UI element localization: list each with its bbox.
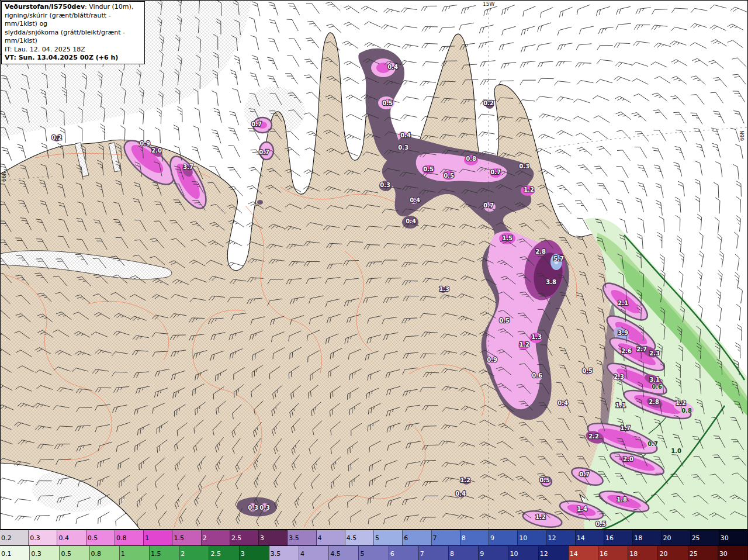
- precip-value-label: 0.7: [579, 471, 590, 478]
- legend-cell: 0.1: [0, 546, 30, 560]
- precip-value-label: 0.5: [595, 521, 606, 527]
- legend-cell: 2: [179, 546, 209, 560]
- precip-value-label: 1.2: [676, 400, 686, 406]
- precip-value-label: 2.8: [535, 248, 546, 255]
- legend-cell: 1: [144, 530, 172, 545]
- precip-value-label: 0.3: [519, 163, 529, 170]
- init-time: IT: Lau. 12. 04. 2025 18Z: [5, 46, 141, 54]
- legend-cell: 4.5: [345, 530, 374, 545]
- meridian-label: 15W: [483, 1, 494, 7]
- precip-value-label: 1.2: [460, 477, 470, 483]
- precip-value-label: 0.8: [466, 155, 476, 162]
- precip-value-label: 2.6: [621, 348, 632, 354]
- precip-value-label: 0.5: [499, 317, 510, 324]
- precip-value-label: 1.0: [671, 448, 681, 454]
- title-line-3: slydda/snjókoma (grátt/bleikt/grænt - mm…: [5, 29, 141, 46]
- legend-rain-scale: 0.10.30.50.811.522.533.544.5567891012141…: [0, 545, 748, 560]
- precip-value-label: 0.4: [387, 64, 398, 70]
- precip-value-label: 1.7: [620, 425, 631, 431]
- legend-cell: 12: [539, 546, 569, 560]
- legend-cell: 5: [359, 546, 389, 560]
- precip-value-label: 2.7: [636, 346, 647, 352]
- legend-cell: 5: [374, 530, 403, 545]
- legend-cell: 9: [489, 530, 518, 545]
- model-name: Veðurstofan/IS750dev: [5, 3, 85, 11]
- precip-value-label: 1.2: [519, 341, 529, 348]
- precip-value-label: 0.2: [51, 134, 62, 141]
- legend-cell: 16: [598, 546, 628, 560]
- legend-cell: 0.4: [57, 530, 86, 545]
- legend-cell: 4.5: [329, 546, 359, 560]
- precip-value-label: 2.0: [623, 456, 633, 462]
- precip-value-label: 2.8: [649, 399, 659, 405]
- weather-map-svg: 15W 66N 66N 0.40.50.40.30.20.20.92.03.70…: [0, 0, 748, 530]
- precip-value-label: 5.7: [553, 255, 564, 262]
- legend-cell: 25: [688, 546, 718, 560]
- precip-value-label: 1.1: [615, 402, 626, 409]
- precip-value-label: 2.3: [614, 374, 624, 380]
- legend-cell: 6: [389, 546, 419, 560]
- precip-value-label: 0.5: [382, 100, 393, 106]
- legend-cell: 7: [419, 546, 449, 560]
- legend-cell: 3: [240, 546, 269, 560]
- legend-cell: 7: [432, 530, 460, 545]
- legend-cell: 1: [120, 546, 150, 560]
- title-line-1: Veðurstofan/IS750dev: Vindur (10m),: [5, 3, 141, 12]
- legend-cell: 2: [202, 530, 230, 545]
- precip-value-label: 1.2: [535, 514, 546, 520]
- precip-value-label: 3.8: [546, 279, 556, 285]
- legend-cell: 20: [658, 546, 688, 560]
- legend-cell: 16: [604, 530, 633, 545]
- legend-cell: 14: [569, 546, 598, 560]
- legend-sleet-snow-scale: 0.20.30.40.50.811.522.533.544.5567891012…: [0, 530, 748, 545]
- precip-value-label: 3.9: [618, 330, 628, 336]
- precip-value-label: 0.7: [259, 149, 269, 155]
- legend-cell: 25: [691, 530, 719, 545]
- precip-value-label: 0.9: [140, 140, 150, 147]
- precip-value-label: 0.7: [647, 441, 658, 447]
- legend-cell: 14: [576, 530, 604, 545]
- legend-cell: 3: [259, 530, 288, 545]
- legend-cell: 9: [479, 546, 508, 560]
- legend-cell: 18: [633, 530, 662, 545]
- precip-value-label: 3.7: [183, 164, 193, 170]
- precip-value-label: 0.3: [380, 182, 390, 188]
- legend-cell: 20: [662, 530, 690, 545]
- legend-cell: 10: [518, 530, 546, 545]
- precip-value-label: 0.8: [681, 407, 692, 414]
- legend-cell: 3.5: [269, 546, 299, 560]
- legend-cell: 0.2: [0, 530, 29, 545]
- precip-value-label: 0.4: [557, 400, 568, 406]
- precip-value-label: 0.4: [455, 490, 466, 497]
- precip-value-label: 1.8: [617, 496, 627, 503]
- legend-cell: 30: [718, 546, 748, 560]
- precip-value-label: 2.3: [649, 350, 660, 357]
- precip-value-label: 2.2: [588, 433, 599, 440]
- weather-chart: 15W 66N 66N 0.40.50.40.30.20.20.92.03.70…: [0, 0, 748, 560]
- legend-cell: 0.8: [90, 546, 120, 560]
- precip-value-label: 2.1: [618, 300, 628, 306]
- precip-value-label: 0.5: [423, 166, 434, 172]
- precip-value-label: 0.4: [410, 197, 420, 203]
- legend-cell: 1.5: [172, 530, 201, 545]
- precip-value-label: 1.4: [577, 506, 587, 512]
- valid-time: VT: Sun. 13.04.2025 00Z (+6 h): [5, 54, 141, 63]
- precip-value-label: 1.3: [439, 286, 449, 292]
- precip-value-label: 1.3: [531, 334, 542, 340]
- precip-value-label: 0.6: [532, 372, 542, 379]
- legend-cell: 0.3: [29, 530, 57, 545]
- legend-cell: 0.3: [30, 546, 60, 560]
- legend-cell: 8: [460, 530, 489, 545]
- legend-cell: 4: [317, 530, 345, 545]
- precip-value-label: 0.4: [406, 218, 416, 224]
- legend-cell: 10: [508, 546, 538, 560]
- precip-value-label: 0.3: [248, 504, 258, 511]
- precip-value-label: 0.7: [490, 169, 501, 175]
- legend-cell: 3.5: [288, 530, 316, 545]
- precip-value-label: 1.5: [502, 235, 512, 241]
- precip-value-label: 0.2: [483, 100, 494, 106]
- legend-cell: 1.5: [150, 546, 179, 560]
- legend-cell: 0.5: [60, 546, 89, 560]
- precip-value-label: 0.9: [487, 357, 497, 363]
- legend-cell: 6: [403, 530, 431, 545]
